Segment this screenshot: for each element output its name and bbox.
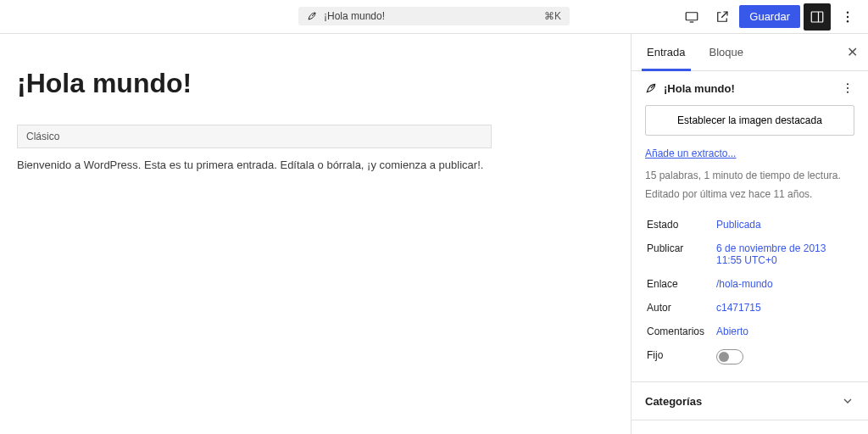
device-preview-icon[interactable] (678, 3, 705, 31)
editor-canvas[interactable]: ¡Hola mundo! Clásico Bienvenido a WordPr… (0, 34, 631, 434)
row-author: Autor c1471715 (647, 297, 853, 319)
value-sticky[interactable] (716, 344, 853, 370)
svg-point-3 (847, 15, 849, 17)
last-edit-info: Editado por última vez hace 11 años. (645, 186, 854, 202)
settings-sidebar: Entrada Bloque ✕ ¡Hola mundo! Establecer… (631, 34, 868, 434)
value-author[interactable]: c1471715 (716, 297, 853, 319)
row-comments: Comentarios Abierto (647, 320, 853, 342)
shortcut-label: ⌘K (544, 10, 561, 22)
tab-block[interactable]: Bloque (704, 34, 748, 71)
value-link[interactable]: /hola-mundo (716, 273, 853, 295)
topbar: ¡Hola mundo! ⌘K Guardar (0, 0, 868, 34)
topbar-right: Guardar (678, 3, 861, 31)
sidebar-tabs: Entrada Bloque ✕ (632, 34, 868, 71)
label-link: Enlace (647, 273, 715, 295)
close-sidebar-icon[interactable]: ✕ (847, 44, 858, 60)
label-author: Autor (647, 297, 715, 319)
set-featured-image-button[interactable]: Establecer la imagen destacada (645, 105, 854, 136)
value-publish[interactable]: 6 de noviembre de 2013 11:55 UTC+0 (716, 237, 853, 271)
svg-point-4 (847, 20, 849, 22)
label-sticky: Fijo (647, 344, 715, 370)
value-status[interactable]: Publicada (716, 214, 853, 236)
post-title[interactable]: ¡Hola mundo! (17, 68, 614, 99)
view-post-icon[interactable] (709, 3, 736, 31)
row-sticky: Fijo (647, 344, 853, 370)
svg-point-7 (847, 92, 849, 93)
sticky-toggle[interactable] (716, 349, 743, 364)
svg-rect-1 (811, 12, 823, 22)
classic-block-label: Clásico (18, 125, 491, 147)
tab-entry[interactable]: Entrada (642, 34, 691, 71)
save-button[interactable]: Guardar (739, 5, 800, 28)
summary-panel: ¡Hola mundo! Establecer la imagen destac… (632, 71, 868, 382)
categories-label: Categorías (645, 395, 702, 408)
label-publish: Publicar (647, 237, 715, 271)
summary-actions-icon[interactable] (841, 81, 854, 95)
word-count-stats: 15 palabras, 1 minuto de tiempo de lectu… (645, 168, 854, 183)
document-title-button[interactable]: ¡Hola mundo! ⌘K (298, 7, 570, 25)
row-status: Estado Publicada (647, 214, 853, 236)
feather-icon (645, 82, 657, 94)
tags-panel[interactable]: Etiquetas (632, 420, 868, 434)
label-comments: Comentarios (647, 320, 715, 342)
more-options-icon[interactable] (834, 3, 861, 31)
svg-rect-0 (687, 12, 698, 19)
value-comments[interactable]: Abierto (716, 320, 853, 342)
document-title-text: ¡Hola mundo! (324, 10, 385, 22)
row-link: Enlace /hola-mundo (647, 273, 853, 295)
settings-panel-toggle-icon[interactable] (804, 3, 831, 31)
label-status: Estado (647, 214, 715, 236)
post-attributes-table: Estado Publicada Publicar 6 de noviembre… (645, 212, 854, 371)
svg-point-5 (847, 83, 849, 85)
classic-block[interactable]: Clásico (17, 125, 492, 148)
summary-title: ¡Hola mundo! (664, 82, 834, 95)
svg-point-6 (847, 87, 849, 89)
categories-panel[interactable]: Categorías (632, 382, 868, 420)
chevron-down-icon (841, 394, 854, 408)
svg-point-2 (847, 11, 849, 13)
row-publish: Publicar 6 de noviembre de 2013 11:55 UT… (647, 237, 853, 271)
add-excerpt-link[interactable]: Añade un extracto... (645, 147, 854, 159)
workspace: ¡Hola mundo! Clásico Bienvenido a WordPr… (0, 34, 868, 434)
feather-icon (307, 11, 317, 21)
post-body[interactable]: Bienvenido a WordPress. Esta es tu prime… (17, 159, 614, 171)
